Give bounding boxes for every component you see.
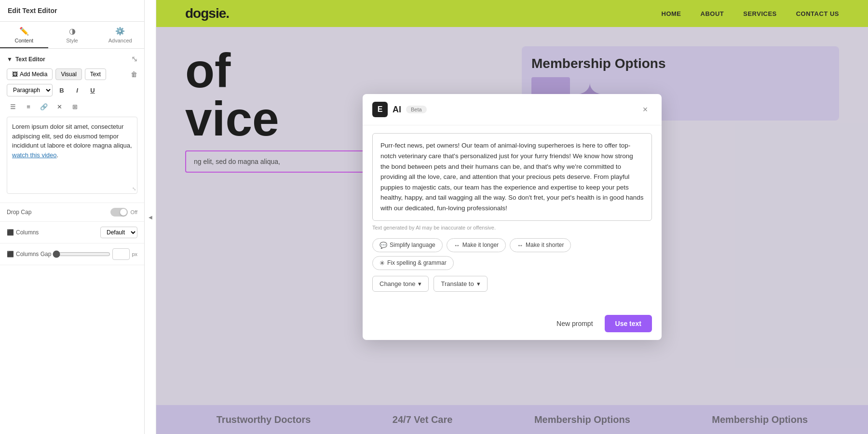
modal-close-button[interactable]: ×: [638, 103, 652, 116]
gap-slider[interactable]: [53, 250, 110, 258]
tab-content[interactable]: ✏️ Content: [0, 22, 48, 48]
modal-logo: E: [372, 102, 388, 117]
text-content-area[interactable]: Lorem ipsum dolor sit amet, consectetur …: [7, 117, 137, 194]
modal-overlay: E AI Beta × Purr-fect news, pet owners! …: [156, 0, 868, 434]
section-title-label: Text Editor: [15, 56, 45, 63]
add-media-button[interactable]: 🖼 Add Media: [7, 68, 53, 80]
tab-style[interactable]: ◑ Style: [48, 22, 96, 48]
expand-icon: ↔: [454, 242, 460, 249]
dropdown-row: Change tone ▾ Translate to ▾: [372, 276, 652, 292]
toggle-track[interactable]: [110, 208, 128, 217]
columns-select[interactable]: Default: [100, 227, 137, 238]
drop-cap-row: Drop Cap Off: [0, 203, 144, 222]
gap-unit: px: [132, 251, 137, 257]
tab-content-label: Content: [15, 38, 34, 43]
toggle-label: Off: [131, 209, 137, 215]
text-button[interactable]: Text: [85, 68, 106, 80]
tab-advanced[interactable]: ⚙️ Advanced: [96, 22, 144, 48]
drop-cap-toggle[interactable]: Off: [110, 208, 137, 217]
text-content: Lorem ipsum dolor sit amet, consectetur …: [12, 123, 132, 149]
toggle-thumb: [120, 209, 127, 216]
fix-spelling-label: Fix spelling & grammar: [387, 259, 447, 266]
modal-header: E AI Beta ×: [363, 94, 662, 125]
translate-chevron-icon: ▾: [477, 280, 480, 287]
columns-gap-label: ⬛ Columns Gap: [7, 251, 51, 258]
gap-input-group: px: [53, 248, 137, 260]
gap-icon: ⬛: [7, 251, 14, 258]
change-tone-label: Change tone: [380, 280, 415, 287]
collapse-icon: ▼: [7, 56, 13, 63]
collapse-panel-button[interactable]: ◀: [145, 0, 156, 434]
icon-row: ☰ ≡ 🔗 ✕ ⊞: [7, 100, 137, 113]
chevron-down-icon: ▾: [418, 280, 421, 287]
compress-icon: ↔: [517, 242, 523, 249]
add-media-icon: 🖼: [12, 71, 18, 78]
gear-icon: ⚙️: [115, 27, 125, 36]
bold-button[interactable]: B: [55, 84, 68, 96]
remove-format-button[interactable]: ✕: [53, 100, 66, 113]
add-media-label: Add Media: [20, 71, 47, 78]
watch-link[interactable]: watch this video: [12, 151, 57, 159]
drop-cap-label: Drop Cap: [7, 209, 31, 216]
columns-row: ⬛ Columns Default: [0, 222, 144, 244]
action-chips: 💬 Simplify language ↔ Make it longer ↔ M…: [372, 238, 652, 270]
use-text-button[interactable]: Use text: [605, 315, 652, 332]
modal-footer: New prompt Use text: [363, 309, 662, 340]
fix-spelling-chip[interactable]: ✳ Fix spelling & grammar: [372, 256, 454, 270]
table-button[interactable]: ⊞: [68, 100, 81, 113]
gap-value-input[interactable]: [112, 248, 130, 260]
make-longer-label: Make it longer: [462, 242, 499, 248]
simplify-label: Simplify language: [390, 242, 435, 248]
format-row: Paragraph B I U: [7, 84, 137, 96]
columns-gap-row: ⬛ Columns Gap px: [0, 244, 144, 265]
ordered-list-button[interactable]: ≡: [22, 100, 35, 113]
simplify-language-chip[interactable]: 💬 Simplify language: [372, 238, 443, 252]
make-longer-chip[interactable]: ↔ Make it longer: [447, 238, 506, 252]
chat-icon: 💬: [380, 242, 387, 249]
change-tone-dropdown[interactable]: Change tone ▾: [372, 276, 429, 292]
italic-button[interactable]: I: [71, 84, 83, 96]
tab-row: ✏️ Content ◑ Style ⚙️ Advanced: [0, 22, 144, 49]
ai-disclaimer: Text generated by AI may be inaccurate o…: [372, 225, 652, 231]
resize-icon: ⤡: [131, 54, 137, 64]
ai-modal: E AI Beta × Purr-fect news, pet owners! …: [363, 94, 662, 339]
sparkle-icon: ✳: [380, 259, 385, 267]
underline-button[interactable]: U: [86, 84, 99, 96]
text-editor-section: ▼ Text Editor ⤡ 🖼 Add Media Visual Text …: [0, 49, 144, 203]
tab-style-label: Style: [66, 38, 78, 43]
visual-button[interactable]: Visual: [55, 68, 81, 80]
section-title[interactable]: ▼ Text Editor ⤡: [7, 54, 137, 64]
make-shorter-chip[interactable]: ↔ Make it shorter: [510, 238, 571, 252]
columns-label: ⬛ Columns: [7, 229, 39, 236]
panel-header: Edit Text Editor: [0, 0, 144, 22]
unordered-list-button[interactable]: ☰: [7, 100, 19, 113]
columns-icon: ⬛: [7, 229, 14, 236]
style-icon: ◑: [69, 27, 76, 36]
paragraph-select[interactable]: Paragraph: [7, 84, 53, 96]
left-panel: Edit Text Editor ✏️ Content ◑ Style ⚙️ A…: [0, 0, 145, 434]
toolbar-row: 🖼 Add Media Visual Text 🗑: [7, 68, 137, 80]
tab-advanced-label: Advanced: [108, 38, 132, 43]
modal-title: AI: [393, 105, 401, 115]
ai-text-box[interactable]: Purr-fect news, pet owners! Our team of …: [372, 133, 652, 220]
translate-label: Translate to: [441, 280, 474, 287]
beta-badge: Beta: [406, 106, 427, 113]
pencil-icon: ✏️: [19, 27, 29, 36]
translate-to-dropdown[interactable]: Translate to ▾: [434, 276, 487, 292]
modal-body: Purr-fect news, pet owners! Our team of …: [363, 125, 662, 309]
resize-handle[interactable]: ⤡: [132, 185, 136, 192]
new-prompt-button[interactable]: New prompt: [551, 316, 598, 331]
link-button[interactable]: 🔗: [38, 100, 50, 113]
make-shorter-label: Make it shorter: [526, 242, 564, 248]
trash-button[interactable]: 🗑: [131, 70, 137, 78]
main-area: dogsie. HOME ABOUT SERVICES CONTACT US o…: [156, 0, 868, 434]
